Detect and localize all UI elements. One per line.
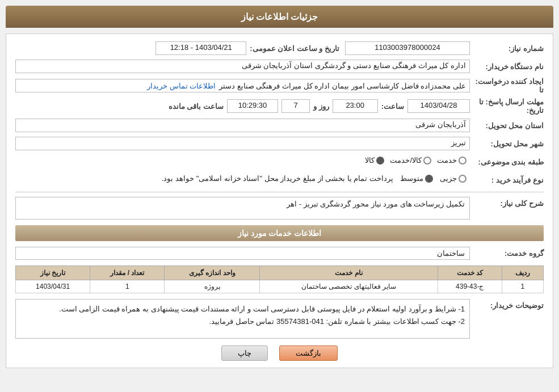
section2-title: اطلاعات خدمات مورد نیاز <box>15 225 544 241</box>
col-header-unit: واحد اندازه گیری <box>165 266 260 280</box>
cell-date: 1403/04/31 <box>16 280 90 293</box>
category-radio-khadamat <box>459 157 466 165</box>
buyer-org-label: نام دستگاه خریدار: <box>470 62 544 71</box>
announce-value: 1403/04/21 - 12:18 <box>155 41 246 55</box>
deadline-time: 23:00 <box>333 99 378 113</box>
notes-section: توضیحات خریدار: 1- شرایط و برآورد اولیه … <box>15 299 544 339</box>
deadline-days-label: روز و <box>313 102 329 111</box>
service-group-value: ساختمان <box>15 247 470 260</box>
cell-code: ج-43-439 <box>438 280 502 293</box>
col-header-date: تاریخ نیاز <box>16 266 90 280</box>
city-value: تبریز <box>15 137 470 150</box>
deadline-remain-label: ساعت باقی مانده <box>169 102 224 111</box>
need-number-value: 1103003978000024 <box>345 41 470 55</box>
need-desc-value: تکمیل زیرساخت های مورد نیاز محور گردشگری… <box>15 197 470 220</box>
print-button[interactable]: چاپ <box>221 345 268 361</box>
cell-name: سایر فعالیتهای تخصصی ساختمان <box>260 280 438 293</box>
need-desc-row: شرح کلی نیاز: تکمیل زیرساخت های مورد نیا… <box>15 197 544 220</box>
col-header-row: ردیف <box>502 266 543 280</box>
action-buttons: بازگشت چاپ <box>15 345 544 361</box>
notes-line1: 1- شرایط و برآورد اولیه استعلام در فایل … <box>20 303 465 315</box>
province-value: آذربایجان شرقی <box>15 119 470 132</box>
process-label: نوع فرآیند خرید : <box>470 176 544 184</box>
process-option-motavasset[interactable]: متوسط <box>400 174 433 183</box>
notes-label: توضیحات خریدار: <box>470 299 544 310</box>
deadline-time-label: ساعت: <box>381 102 404 111</box>
cell-count: 1 <box>90 280 165 293</box>
need-number-label: شماره نیاز: <box>470 44 544 53</box>
category-radio-kala-khadamat <box>423 157 431 165</box>
table-row: 1ج-43-439سایر فعالیتهای تخصصی ساختمانپرو… <box>16 280 544 293</box>
notes-line2: 2- جهت کسب اطلاعات بیشتر با شماره تلفن: … <box>20 315 465 328</box>
creator-cell: علی محمدزاده فاضل کارشناسی امور بیمان اد… <box>15 79 470 92</box>
deadline-remain: 10:29:30 <box>227 99 278 113</box>
notes-value: 1- شرایط و برآورد اولیه استعلام در فایل … <box>15 299 470 339</box>
service-group-row: گروه خدمت: ساختمان <box>15 247 544 260</box>
page-header: جزئیات اطلاعات نیاز <box>6 6 553 28</box>
category-radio-kala <box>376 157 384 165</box>
province-label: استان محل تحویل: <box>470 121 544 130</box>
cell-row: 1 <box>502 280 543 293</box>
deadline-date: 1403/04/28 <box>407 99 470 113</box>
category-label: طبقه بندی موضوعی: <box>470 158 544 166</box>
col-header-count: تعداد / مقدار <box>90 266 165 280</box>
services-table: ردیف کد خدمت نام خدمت واحد اندازه گیری ت… <box>15 265 544 293</box>
process-option-jozi[interactable]: جزیی <box>440 174 466 183</box>
category-option-kala[interactable]: کالا <box>365 156 384 165</box>
cell-unit: پروژه <box>165 280 260 293</box>
need-desc-label: شرح کلی نیاز: <box>470 197 544 208</box>
back-button[interactable]: بازگشت <box>279 345 338 361</box>
deadline-row: 1403/04/28 ساعت: 23:00 روز و 7 10:29:30 … <box>15 99 470 113</box>
col-header-name: نام خدمت <box>260 266 438 280</box>
deadline-days: 7 <box>281 99 310 113</box>
category-option-khadamat[interactable]: خدمت <box>437 156 466 165</box>
process-description: پرداخت تمام یا بخشی از مبلغ خریداز محل "… <box>19 174 393 183</box>
process-radio-motavasset <box>425 175 433 183</box>
process-radio-jozi <box>459 175 466 183</box>
process-row: جزیی متوسط پرداخت تمام یا بخشی از مبلغ خ… <box>15 173 470 187</box>
service-group-label: گروه خدمت: <box>470 249 544 258</box>
announce-label: تاریخ و ساعت اعلان عمومی: <box>250 44 339 53</box>
city-label: شهر محل تحویل: <box>470 140 544 148</box>
category-options: خدمت کالا/خدمت کالا <box>15 155 470 168</box>
col-header-code: کد خدمت <box>438 266 502 280</box>
creator-label: ایجاد کننده درخواست: تا <box>470 77 544 94</box>
divider-1 <box>15 192 544 192</box>
creator-value: علی محمدزاده فاضل کارشناسی امور بیمان اد… <box>219 82 466 90</box>
deadline-label: مهلت ارسال پاسخ: تا تاریخ: <box>470 98 544 115</box>
buyer-org-value: اداره کل میراث فرهنگی صنایع دستی و گردشگ… <box>15 60 470 73</box>
creator-link[interactable]: اطلاعات تماس خریدار <box>147 82 216 90</box>
category-option-kala-khadamat[interactable]: کالا/خدمت <box>390 156 431 165</box>
